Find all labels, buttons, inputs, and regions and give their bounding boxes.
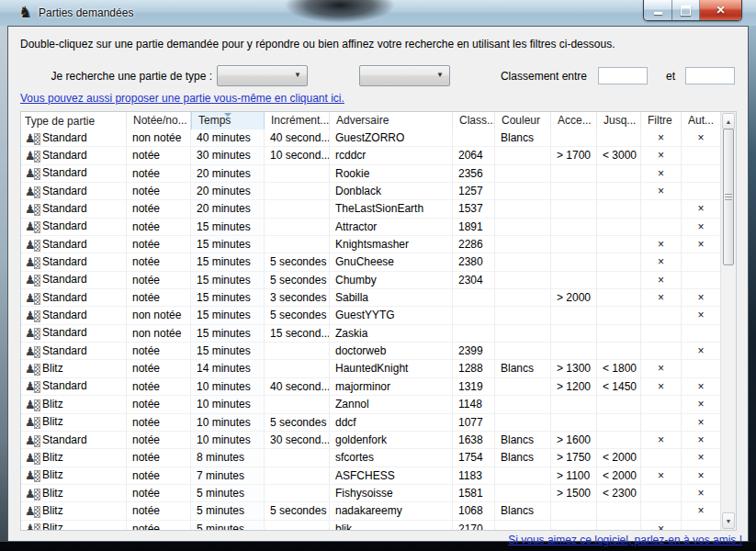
cell-filter (641, 414, 682, 432)
minimize-button[interactable] (644, 0, 672, 20)
column-header-color[interactable]: Couleur (495, 112, 551, 129)
pawn-chessboard-icon: ♟ (25, 433, 40, 447)
cell-min-rating (551, 272, 597, 289)
column-header-rating[interactable]: Class... (453, 112, 495, 129)
share-with-friends-link[interactable]: Si vous aimez ce logiciel, parlez-en à v… (508, 534, 742, 546)
table-row[interactable]: ♟Standardnotée15 minutesKnightsmasher228… (21, 236, 720, 253)
column-header-increment[interactable]: Incrément... (265, 112, 330, 129)
scroll-down-icon[interactable]: ▼ (722, 512, 735, 529)
cell-rated: notée (127, 200, 191, 218)
cell-max-rating (597, 343, 641, 360)
table-row[interactable]: ♟Blitznotée14 minutesHauntedKnight1288Bl… (21, 360, 720, 377)
maximize-button[interactable] (672, 0, 700, 20)
cell-max-rating (597, 219, 641, 236)
cell-time: 10 minutes (191, 378, 265, 396)
cell-max-rating: < 2000 (597, 449, 641, 467)
vertical-scrollbar[interactable]: ▲ ▼ (720, 112, 736, 530)
pawn-chessboard-icon: ♟ (25, 219, 40, 233)
cell-color (495, 253, 551, 271)
cell-rating (453, 129, 495, 147)
cell-time: 15 minutes (191, 289, 265, 307)
cell-adversary: Sabilla (330, 289, 453, 307)
table-row[interactable]: ♟Standardnotée15 minutesdoctorweb2399× (21, 343, 720, 360)
column-header-rated[interactable]: Notée/no... (127, 112, 191, 129)
game-type-label: Je recherche une partie de type : (8, 70, 212, 83)
table-row[interactable]: ♟Standardnotée15 minutesAttractor1891× (21, 219, 720, 236)
cell-adversary: blik (330, 521, 453, 530)
table-row[interactable]: ♟Standardnon notée40 minutes40 second...… (21, 129, 720, 147)
column-header-filter[interactable]: Filtre (641, 112, 682, 129)
table-row[interactable]: ♟Standardnon notée15 minutes15 second...… (21, 325, 720, 343)
table-row[interactable]: ♟Standardnotée10 minutes30 second...gold… (21, 432, 720, 449)
table-row[interactable]: ♟Blitznotée5 minutesFishysoisse1581> 150… (21, 485, 720, 502)
rating-max-input[interactable] (685, 67, 735, 84)
maximize-icon (681, 6, 691, 16)
cell-auto (682, 325, 720, 343)
cell-min-rating (551, 253, 597, 271)
cell-auto: × (682, 236, 720, 253)
cell-min-rating (551, 129, 597, 147)
pawn-chessboard-icon: ♟ (25, 131, 40, 145)
cell-game-type-container: ♟Standard (21, 165, 127, 183)
table-row[interactable]: ♟Standardnotée20 minutesTheLastSionEarth… (21, 200, 720, 218)
cell-game-type-container: ♟Blitz (21, 521, 127, 530)
cell-increment: 5 secondes (265, 414, 330, 432)
cell-increment: 5 secondes (265, 502, 330, 520)
table-row[interactable]: ♟Standardnotée15 minutes5 secondesGnuChe… (21, 253, 720, 271)
cell-rating: 2286 (453, 236, 495, 253)
pawn-chessboard-icon: ♟ (25, 504, 40, 518)
rating-min-input[interactable] (598, 67, 648, 84)
cell-color (495, 147, 551, 164)
column-header-type[interactable]: Type de partie (21, 112, 127, 129)
cell-auto: × (682, 396, 720, 413)
table-row[interactable]: ♟Blitznotée10 minutes5 secondesddcf1077× (21, 414, 720, 432)
cell-min-rating: > 2000 (551, 289, 597, 307)
table-row[interactable]: ♟Standardnotée15 minutes3 secondesSabill… (21, 289, 720, 307)
cell-rating: 1581 (453, 485, 495, 502)
table-row[interactable]: ♟Standardnon notée15 minutes5 secondesGu… (21, 307, 720, 324)
column-header-auto[interactable]: Aut... (682, 112, 720, 129)
cell-min-rating (551, 502, 597, 520)
cell-game-type: Standard (42, 378, 87, 396)
table-row[interactable]: ♟Standardnotée20 minutesDonblack1257× (21, 183, 720, 200)
pawn-chessboard-icon: ♟ (25, 149, 40, 163)
column-header-time[interactable]: Temps (191, 112, 265, 129)
game-type-combobox[interactable]: ▼ (217, 65, 308, 86)
window-title: Parties demandées (39, 6, 133, 19)
cell-increment: 5 secondes (265, 272, 330, 289)
cell-adversary: doctorweb (330, 343, 453, 360)
propose-game-link[interactable]: Vous pouvez aussi proposer une partie vo… (20, 92, 344, 105)
table-row[interactable]: ♟Blitznotée5 minutes5 secondesnadakareem… (21, 502, 720, 520)
table-row[interactable]: ♟Standardnotée30 minutes10 second...rcdd… (21, 147, 720, 164)
cell-min-rating: > 1700 (551, 147, 597, 164)
game-variant-combobox[interactable]: ▼ (359, 65, 450, 86)
cell-time: 15 minutes (191, 253, 265, 271)
table-row[interactable]: ♟Blitznotée8 minutessfcortes1754Blancs> … (21, 449, 720, 467)
column-header-accept-above[interactable]: Acce... (551, 112, 597, 129)
table-row[interactable]: ♟Blitznotée5 minutesblik2170× (21, 521, 720, 530)
table-row[interactable]: ♟Blitznotée7 minutesASFCHESS1183> 1100< … (21, 467, 720, 485)
cell-adversary: Chumby (330, 272, 453, 289)
cell-game-type-container: ♟Standard (21, 219, 127, 236)
title-bar[interactable]: ♞ Parties demandées ✕ (0, 0, 756, 27)
table-row[interactable]: ♟Standardnotée20 minutesRookie2356× (21, 165, 720, 183)
column-header-up-to[interactable]: Jusq... (597, 112, 641, 129)
column-header-adversary[interactable]: Adversaire (330, 112, 453, 129)
close-button[interactable]: ✕ (700, 0, 741, 20)
cell-adversary: GnuCheese (330, 253, 453, 271)
table-row[interactable]: ♟Standardnotée10 minutes40 second...majo… (21, 378, 720, 396)
cell-filter: × (641, 272, 682, 289)
table-body: ♟Standardnon notée40 minutes40 second...… (21, 129, 720, 530)
cell-auto: × (682, 502, 720, 520)
scroll-up-icon[interactable]: ▲ (722, 113, 735, 129)
table-row[interactable]: ♟Standardnotée15 minutes5 secondesChumby… (21, 272, 720, 289)
table-row[interactable]: ♟Blitznotée10 minutesZannol1148× (21, 396, 720, 413)
cell-color (495, 165, 551, 183)
cell-auto (682, 165, 720, 183)
scrollbar-thumb[interactable] (723, 129, 734, 265)
cell-rated: notée (127, 414, 191, 432)
cell-auto: × (682, 432, 720, 449)
cell-rating: 1148 (453, 396, 495, 413)
cell-auto: × (682, 200, 720, 218)
cell-rating: 1183 (453, 467, 495, 485)
